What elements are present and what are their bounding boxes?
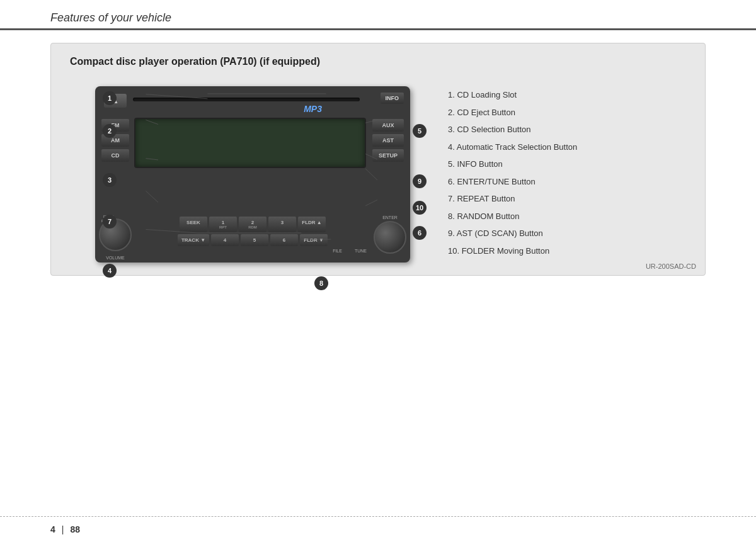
feature-6: 6. ENTER/TUNE Button — [448, 173, 686, 191]
callout-5: 5 — [413, 124, 427, 138]
callout-3: 3 — [103, 173, 117, 187]
btn-2-rdm[interactable]: 2RDM — [239, 217, 266, 232]
info-button[interactable]: INFO — [381, 93, 404, 104]
callout-7: 7 — [103, 215, 117, 229]
callout-2: 2 — [103, 124, 117, 138]
mp3-label: MP3 — [304, 104, 322, 114]
enter-knob-wrap: ENTER — [374, 215, 406, 254]
feature-8: 8. RANDOM Button — [448, 208, 686, 225]
feature-10: 10. FOLDER Moving Button — [448, 242, 686, 260]
footer-chapter: 4 — [50, 524, 55, 534]
section-title: Compact disc player operation (PA710) (i… — [70, 56, 686, 67]
footer-divider: | — [62, 524, 64, 534]
file-tune-labels: FILE TUNE — [135, 249, 370, 253]
bottom-controls: VOLUME SEEK 1RPT 2RDM 3 FLDR ▲ — [99, 215, 406, 254]
callout-10: 10 — [413, 201, 427, 215]
aux-button[interactable]: AUX — [372, 119, 404, 132]
file-label: FILE — [333, 249, 342, 253]
feature-4: 4. Automatic Track Selection Button — [448, 138, 686, 156]
btn-4[interactable]: 4 — [211, 234, 239, 246]
setup-button[interactable]: SETUP — [372, 149, 404, 162]
feature-5: 5. INFO Button — [448, 155, 686, 173]
enter-knob[interactable] — [374, 221, 406, 254]
btn-3[interactable]: 3 — [268, 217, 296, 232]
btn-5[interactable]: 5 — [241, 234, 268, 246]
feature-7: 7. REPEAT Button — [448, 190, 686, 208]
callout-9: 9 — [413, 174, 427, 188]
grid-row-1: SEEK 1RPT 2RDM 3 FLDR ▲ — [135, 217, 370, 232]
track-button[interactable]: TRACK ▼ — [178, 234, 209, 246]
ur-code: UR-200SAD-CD — [646, 263, 696, 270]
feature-2: 2. CD Eject Button — [448, 104, 686, 121]
cd-button[interactable]: CD — [101, 149, 129, 162]
btn-1-rpt[interactable]: 1RPT — [209, 217, 237, 232]
page-header: Features of your vehicle — [0, 0, 756, 30]
footer-page: 88 — [70, 524, 80, 534]
callout-6: 6 — [413, 226, 427, 240]
features-list: 1. CD Loading Slot 2. CD Eject Button 3.… — [448, 80, 686, 259]
radio-unit: ▲ MP3 INFO FM AM CD AUX AST — [95, 86, 410, 263]
right-buttons: AUX AST SETUP — [372, 119, 404, 162]
page-title: Features of your vehicle — [50, 11, 171, 24]
grid-row-2: TRACK ▼ 4 5 6 FLDR ▼ — [135, 234, 370, 246]
feature-9: 9. AST (CD SCAN) Button — [448, 225, 686, 242]
cd-slot — [133, 98, 360, 101]
diagram-area: 1 2 3 4 5 6 7 8 9 10 ▲ MP3 — [70, 80, 429, 263]
section-box: Compact disc player operation (PA710) (i… — [50, 43, 706, 276]
callout-1: 1 — [103, 91, 117, 105]
volume-label: VOLUME — [106, 256, 125, 260]
center-grid: SEEK 1RPT 2RDM 3 FLDR ▲ TRACK ▼ 4 5 6 — [135, 217, 370, 253]
fldr-up-button[interactable]: FLDR ▲ — [298, 217, 326, 232]
enter-label-top: ENTER — [382, 215, 398, 220]
tune-label: TUNE — [355, 249, 367, 253]
main-content: Compact disc player operation (PA710) (i… — [0, 43, 756, 276]
callout-4: 4 — [103, 264, 117, 278]
ast-button[interactable]: AST — [372, 134, 404, 147]
fldr-down-button[interactable]: FLDR ▼ — [300, 234, 328, 246]
feature-1: 1. CD Loading Slot — [448, 86, 686, 104]
feature-3: 3. CD Selection Button — [448, 121, 686, 138]
btn-6[interactable]: 6 — [270, 234, 298, 246]
display-screen — [134, 118, 366, 168]
seek-button[interactable]: SEEK — [180, 217, 207, 232]
callout-8: 8 — [314, 276, 328, 290]
page-footer: 4 | 88 — [0, 516, 756, 542]
box-inner: 1 2 3 4 5 6 7 8 9 10 ▲ MP3 — [70, 80, 686, 263]
